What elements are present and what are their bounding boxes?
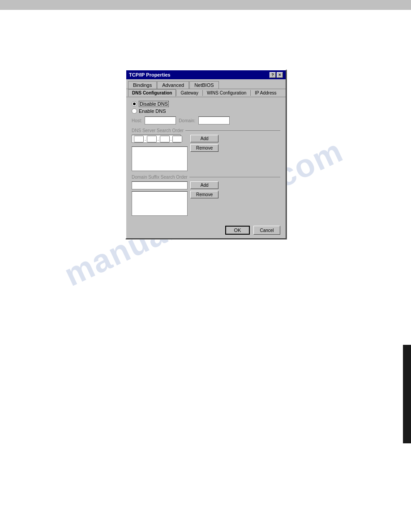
dns-server-left: . . .	[132, 135, 188, 171]
dns-server-label: DNS Server Search Order	[132, 128, 184, 133]
ok-button[interactable]: OK	[225, 226, 250, 235]
dns-ip-field: . . .	[132, 135, 181, 143]
title-bar-buttons: ? ×	[270, 72, 283, 78]
disable-dns-label: Disable DNS	[139, 101, 169, 107]
right-sidebar	[403, 345, 411, 443]
dns-remove-button[interactable]: Remove	[190, 144, 218, 152]
title-bar: TCP/IP Properties ? ×	[126, 70, 286, 79]
dialog-tcpip-properties: TCP/IP Properties ? × Bindings Advanced …	[125, 69, 287, 239]
dns-server-right: Add Remove	[190, 135, 218, 171]
tab-row-1: Bindings Advanced NetBIOS	[126, 79, 286, 89]
top-bar	[0, 0, 411, 10]
disable-dns-radio-item: Disable DNS	[132, 101, 280, 107]
tab-row-2: DNS Configuration Gateway WINS Configura…	[126, 89, 286, 97]
domain-suffix-content: Add Remove	[132, 181, 280, 216]
enable-dns-radio[interactable]	[132, 108, 137, 114]
domain-label: Domain:	[179, 118, 195, 123]
radio-group: Disable DNS Enable DNS	[132, 101, 280, 114]
domain-suffix-line	[189, 177, 280, 177]
tab-dns-configuration[interactable]: DNS Configuration	[128, 89, 176, 97]
dialog-title: TCP/IP Properties	[129, 72, 171, 77]
host-input[interactable]	[145, 116, 176, 124]
dns-server-listbox[interactable]	[132, 146, 188, 171]
domain-remove-button[interactable]: Remove	[190, 191, 218, 198]
dns-server-line	[185, 130, 280, 131]
domain-suffix-section-header: Domain Suffix Search Order	[132, 175, 280, 180]
tab-advanced[interactable]: Advanced	[157, 81, 189, 89]
close-button[interactable]: ×	[277, 72, 283, 78]
domain-input[interactable]	[198, 116, 230, 124]
dialog-content: Disable DNS Enable DNS Host: Domain: DNS…	[126, 97, 286, 223]
domain-suffix-label: Domain Suffix Search Order	[132, 175, 188, 180]
help-button[interactable]: ?	[270, 72, 276, 78]
dns-server-section-header: DNS Server Search Order	[132, 128, 280, 133]
dns-ip-row: . . .	[132, 135, 188, 143]
domain-suffix-listbox[interactable]	[132, 191, 188, 216]
dns-ip-octet-3[interactable]	[160, 136, 170, 142]
disable-dns-radio[interactable]	[132, 101, 137, 107]
host-label: Host:	[132, 118, 142, 123]
enable-dns-radio-item: Enable DNS	[132, 108, 280, 114]
tab-wins-configuration[interactable]: WINS Configuration	[203, 89, 250, 97]
dialog-footer: OK Cancel	[126, 223, 286, 238]
host-domain-row: Host: Domain:	[132, 116, 280, 124]
dns-server-content: . . . Add Remove	[132, 135, 280, 171]
tab-bindings[interactable]: Bindings	[128, 81, 157, 89]
dns-ip-octet-2[interactable]	[147, 136, 157, 142]
domain-suffix-input[interactable]	[132, 181, 188, 189]
dns-ip-octet-4[interactable]	[172, 136, 182, 142]
tab-ip-address[interactable]: IP Address	[251, 89, 280, 97]
tab-netbios[interactable]: NetBIOS	[189, 81, 218, 89]
dns-ip-octet-1[interactable]	[134, 136, 144, 142]
domain-add-button[interactable]: Add	[190, 181, 218, 189]
domain-suffix-right: Add Remove	[190, 181, 218, 216]
enable-dns-label: Enable DNS	[139, 108, 166, 114]
cancel-button[interactable]: Cancel	[253, 226, 280, 235]
dns-add-button[interactable]: Add	[190, 135, 218, 142]
domain-suffix-left	[132, 181, 188, 216]
tab-gateway[interactable]: Gateway	[176, 89, 202, 97]
